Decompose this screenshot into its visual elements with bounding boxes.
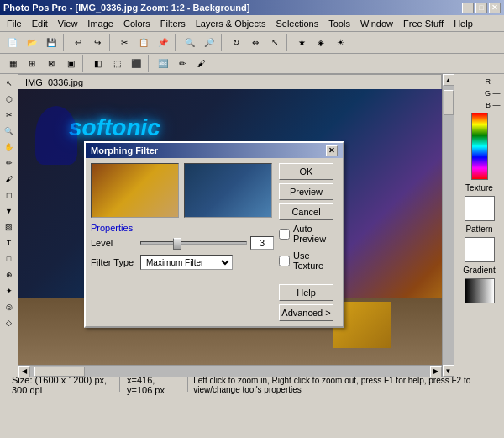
level-value-box[interactable]: 3 — [250, 236, 274, 250]
paste-button[interactable]: 📌 — [154, 34, 172, 51]
image-size-status: Size: (1600 x 1200) px, 300 dpi — [5, 377, 120, 392]
h-scroll-track[interactable] — [30, 366, 430, 377]
tool-blur[interactable]: ◎ — [2, 299, 17, 314]
toolbar2-sep1 — [82, 55, 86, 72]
resize-button[interactable]: ⤡ — [265, 34, 284, 51]
vertical-scrollbar[interactable]: ▲ ▼ — [442, 74, 454, 377]
canvas-tab[interactable]: IMG_0336.jpg — [18, 74, 442, 89]
flip-button[interactable]: ⇔ — [246, 34, 265, 51]
scroll-up-button[interactable]: ▲ — [443, 74, 454, 86]
menu-tools[interactable]: Tools — [323, 17, 355, 30]
dialog-close-button[interactable]: ✕ — [326, 145, 338, 156]
gradient-label: Gradient — [463, 266, 495, 275]
tb2-btn1[interactable]: ▦ — [3, 55, 22, 72]
tb2-btn9[interactable]: ✏ — [173, 55, 192, 72]
menu-window[interactable]: Window — [355, 17, 398, 30]
filter-type-select[interactable]: Maximum Filter Minimum Filter Median Fil… — [140, 255, 233, 270]
auto-preview-checkbox[interactable] — [279, 229, 290, 240]
undo-button[interactable]: ↩ — [69, 34, 87, 51]
filter-button[interactable]: ◈ — [312, 34, 330, 51]
zoom-in-button[interactable]: 🔍 — [181, 34, 199, 51]
menu-layers-objects[interactable]: Layers & Objects — [191, 17, 271, 30]
zoom-out-button[interactable]: 🔎 — [200, 34, 218, 51]
tool-brush[interactable]: 🖌 — [2, 172, 17, 187]
scroll-down-button[interactable]: ▼ — [443, 365, 454, 377]
right-panel: R — G — B — Texture Pattern Gradient — [454, 74, 504, 377]
preview-button[interactable]: Preview — [279, 183, 333, 200]
texture-swatch[interactable] — [465, 196, 495, 221]
v-scroll-track[interactable] — [443, 86, 454, 365]
tool-fill[interactable]: ▼ — [2, 203, 17, 219]
tool-zoom[interactable]: 🔍 — [2, 124, 17, 139]
v-scroll-thumb[interactable] — [444, 90, 454, 115]
tb2-btn5[interactable]: ◧ — [88, 55, 107, 72]
menu-file[interactable]: File — [2, 17, 27, 30]
horizontal-scrollbar[interactable]: ◀ ▶ — [18, 365, 442, 377]
maximize-button[interactable]: □ — [475, 3, 487, 13]
ok-button[interactable]: OK — [279, 163, 333, 180]
adjust-button[interactable]: ☀ — [331, 34, 349, 51]
tb2-btn6[interactable]: ⬚ — [108, 55, 126, 72]
canvas-tab-label: IMG_0336.jpg — [25, 77, 83, 87]
save-button[interactable]: 💾 — [42, 34, 60, 51]
open-button[interactable]: 📂 — [23, 34, 41, 51]
person-silhouette — [35, 106, 77, 165]
cut-button[interactable]: ✂ — [115, 34, 134, 51]
redo-button[interactable]: ↪ — [88, 34, 107, 51]
tool-shape[interactable]: □ — [2, 251, 17, 266]
tool-pencil[interactable]: ✏ — [2, 156, 17, 171]
cancel-button[interactable]: Cancel — [279, 203, 333, 220]
scroll-left-button[interactable]: ◀ — [18, 366, 30, 377]
tb2-btn2[interactable]: ⊞ — [23, 55, 41, 72]
menu-help[interactable]: Help — [449, 17, 478, 30]
help-button[interactable]: Help — [279, 284, 333, 301]
rotate-button[interactable]: ↻ — [227, 34, 245, 51]
toolbar-separator-1 — [63, 34, 66, 51]
gradient-swatch[interactable] — [465, 278, 495, 303]
tool-clone[interactable]: ⊕ — [2, 267, 17, 282]
morphing-filter-dialog[interactable]: Morphing Filter ✕ — [84, 141, 344, 328]
menu-view[interactable]: View — [53, 17, 83, 30]
b-value: B — — [459, 101, 501, 109]
tool-hand[interactable]: ✋ — [2, 140, 17, 155]
menu-selections[interactable]: Selections — [270, 17, 323, 30]
tb2-btn3[interactable]: ⊠ — [42, 55, 60, 72]
tool-lasso[interactable]: ⬡ — [2, 92, 17, 107]
dialog-left-panel: Properties Level 3 Filter Type — [91, 163, 274, 321]
h-scroll-thumb[interactable] — [34, 367, 85, 377]
menu-filters[interactable]: Filters — [155, 17, 191, 30]
menu-image[interactable]: Image — [82, 17, 118, 30]
menu-free-stuff[interactable]: Free Stuff — [398, 17, 449, 30]
advanced-button[interactable]: Advanced > — [279, 304, 333, 321]
scroll-right-button[interactable]: ▶ — [430, 366, 442, 377]
toolbar2-sep2 — [148, 55, 151, 72]
level-slider-thumb[interactable] — [173, 238, 181, 250]
filter-type-label: Filter Type — [91, 257, 137, 267]
new-button[interactable]: 📄 — [3, 34, 22, 51]
preview-after-image — [185, 164, 271, 217]
tool-select[interactable]: ↖ — [2, 76, 17, 91]
dialog-right-panel: OK Preview Cancel Auto Preview Use Textu… — [279, 163, 338, 321]
tool-sharpen[interactable]: ◇ — [2, 315, 17, 330]
tool-text[interactable]: T — [2, 235, 17, 251]
close-button[interactable]: ✕ — [489, 3, 501, 13]
tool-eraser[interactable]: ◻ — [2, 187, 17, 203]
tb2-btn7[interactable]: ⬛ — [127, 55, 145, 72]
window-controls: ─ □ ✕ — [462, 3, 501, 13]
tool-heal[interactable]: ✦ — [2, 283, 17, 298]
color-picker-gradient[interactable] — [471, 113, 488, 180]
tb2-btn8[interactable]: 🔤 — [154, 55, 172, 72]
copy-button[interactable]: 📋 — [134, 34, 153, 51]
minimize-button[interactable]: ─ — [462, 3, 474, 13]
r-value: R — — [459, 77, 501, 86]
tb2-btn4[interactable]: ▣ — [61, 55, 80, 72]
use-texture-checkbox[interactable] — [279, 256, 290, 266]
tb2-btn10[interactable]: 🖌 — [192, 55, 211, 72]
menu-colors[interactable]: Colors — [118, 17, 155, 30]
effect-button[interactable]: ★ — [292, 34, 311, 51]
pattern-swatch[interactable] — [465, 237, 495, 262]
menu-edit[interactable]: Edit — [27, 17, 53, 30]
tool-crop[interactable]: ✂ — [2, 108, 17, 123]
level-slider-track[interactable] — [140, 241, 247, 245]
tool-gradient[interactable]: ▨ — [2, 219, 17, 235]
